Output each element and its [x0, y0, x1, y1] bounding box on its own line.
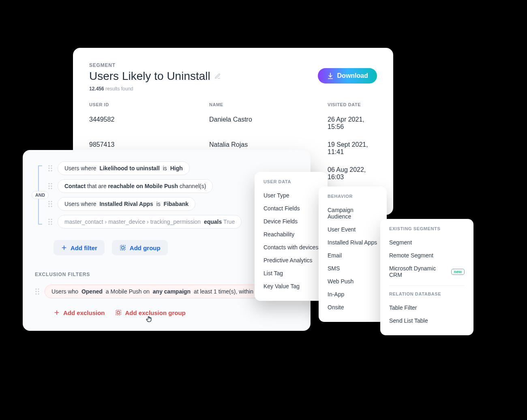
menu-segments: EXISTING SEGMENTS Segment Remote Segment… [380, 219, 473, 335]
svg-point-12 [48, 201, 49, 202]
menu-item[interactable]: SMS [328, 262, 378, 275]
drag-handle-icon[interactable] [48, 165, 53, 172]
svg-point-31 [38, 293, 39, 294]
rule-pill[interactable]: master_contact › master_device › trackin… [58, 215, 242, 229]
rule-bracket: AND [35, 161, 42, 229]
menu-header: RELATION DATABASE [389, 285, 465, 296]
menu-item[interactable]: Predictive Analytics [264, 254, 319, 267]
rule-pill[interactable]: Users where Likelihood to uninstall is H… [58, 161, 190, 175]
col-user-id: USER ID [89, 102, 209, 107]
menu-item[interactable]: Remote Segment [389, 249, 465, 262]
svg-point-6 [48, 183, 49, 184]
plus-icon [54, 309, 60, 316]
svg-point-29 [38, 291, 39, 292]
menu-item[interactable]: Segment [389, 236, 465, 249]
svg-point-7 [51, 183, 52, 184]
exclusion-pill[interactable]: Users who Opened a Mobile Push on any ca… [45, 285, 267, 298]
group-icon [115, 309, 122, 316]
menu-item[interactable]: Device Fields [264, 215, 319, 228]
new-badge: new [451, 269, 465, 275]
menu-item[interactable]: Contacts with devices [264, 241, 319, 254]
svg-point-1 [51, 165, 52, 166]
svg-point-9 [51, 185, 52, 186]
svg-rect-33 [117, 311, 120, 314]
svg-point-27 [38, 288, 39, 289]
svg-point-16 [48, 206, 49, 207]
rule-pill[interactable]: Users where Installed Rival Apps is Fiba… [58, 197, 195, 211]
drag-handle-icon[interactable] [48, 200, 53, 208]
svg-point-23 [51, 223, 52, 225]
add-exclusion-button[interactable]: Add exclusion [54, 309, 105, 316]
svg-point-22 [48, 223, 49, 225]
add-group-button[interactable]: Add group [112, 240, 168, 255]
drag-handle-icon[interactable] [48, 182, 53, 190]
svg-point-21 [51, 221, 52, 222]
svg-point-28 [35, 291, 36, 292]
svg-point-26 [35, 288, 36, 289]
menu-header: EXISTING SEGMENTS [389, 226, 465, 231]
menu-item[interactable]: In-App [328, 288, 378, 301]
svg-point-30 [35, 293, 36, 294]
menu-item[interactable]: Onsite [328, 301, 378, 314]
rule-pill[interactable]: Contact that are reachable on Mobile Pus… [58, 179, 213, 193]
results-found: 12.456 results found [89, 86, 377, 92]
svg-point-20 [48, 221, 49, 222]
col-visited: VISITED DATE [328, 102, 377, 107]
download-button[interactable]: Download [318, 68, 377, 84]
svg-point-18 [48, 219, 49, 220]
group-icon [119, 244, 126, 251]
download-icon [327, 72, 334, 79]
menu-item[interactable]: Reachability [264, 228, 319, 241]
svg-rect-25 [122, 246, 124, 249]
menu-header: USER DATA [264, 179, 319, 184]
menu-item[interactable]: Microsoft Dynamic CRMnew [389, 262, 465, 281]
menu-item[interactable]: Campaign Audience [328, 204, 378, 223]
svg-point-5 [51, 170, 52, 171]
svg-point-14 [48, 203, 49, 204]
menu-item[interactable]: Key Value Tag [264, 280, 319, 293]
menu-item[interactable]: Contact Fields [264, 202, 319, 215]
segment-title: Users Likely to Uninstall [89, 70, 210, 83]
segment-overline: SEGMENT [89, 62, 377, 68]
svg-point-15 [51, 203, 52, 204]
menu-item[interactable]: List Tag [264, 267, 319, 280]
table-header: USER ID NAME VISITED DATE [89, 102, 377, 107]
col-name: NAME [209, 102, 328, 107]
svg-point-2 [48, 167, 49, 169]
menu-item[interactable]: Installed Rival Apps [328, 236, 378, 249]
svg-rect-32 [116, 310, 121, 315]
svg-point-19 [51, 219, 52, 220]
svg-point-0 [48, 165, 49, 166]
svg-rect-24 [120, 245, 125, 250]
menu-user-data: USER DATA User Type Contact Fields Devic… [255, 172, 328, 301]
drag-handle-icon[interactable] [48, 218, 53, 225]
conjunction-pill[interactable]: AND [32, 191, 49, 199]
menu-item[interactable]: Send List Table [389, 314, 465, 327]
menu-item[interactable]: Web Push [328, 275, 378, 288]
svg-point-3 [51, 167, 52, 169]
svg-point-4 [48, 170, 49, 171]
svg-point-10 [48, 188, 49, 189]
drag-handle-icon[interactable] [35, 288, 40, 295]
menu-header: BEHAVIOR [328, 194, 378, 199]
table-row[interactable]: 3449582Daniela Castro26 Apr 2021, 15:56 [89, 116, 377, 131]
menu-behavior: BEHAVIOR Campaign Audience User Event In… [319, 186, 387, 322]
edit-icon[interactable] [214, 73, 221, 79]
add-filter-button[interactable]: Add filter [54, 240, 105, 255]
menu-item[interactable]: User Type [264, 189, 319, 202]
svg-point-11 [51, 188, 52, 189]
download-label: Download [337, 72, 368, 79]
menu-item[interactable]: Email [328, 249, 378, 262]
menu-item[interactable]: Table Filter [389, 301, 465, 314]
svg-point-8 [48, 185, 49, 186]
cursor-pointer-icon [145, 315, 153, 324]
svg-point-17 [51, 206, 52, 207]
menu-item[interactable]: User Event [328, 223, 378, 236]
plus-icon [61, 244, 67, 251]
svg-point-13 [51, 201, 52, 202]
